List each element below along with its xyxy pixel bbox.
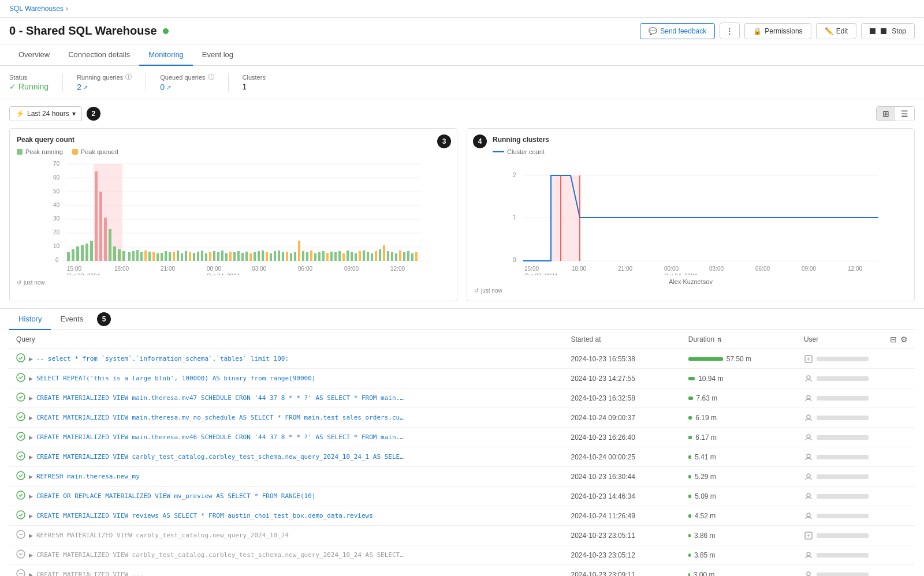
table-row[interactable]: ▶-- select * from `system`.`information_… [9,349,915,369]
table-row[interactable]: ▶CREATE MATERIALIZED VIEW carbly_test_ca… [9,545,915,565]
running-clusters-chart: 4 Running clusters Cluster count 2 1 0 [467,128,915,301]
svg-text:Oct 23, 2024: Oct 23, 2024 [524,273,558,275]
duration-cell: 5.29 m [681,467,797,487]
svg-point-144 [807,454,810,458]
running-clusters-svg: 2 1 0 15:00 18:00 21:00 00:00 [474,160,907,275]
expand-row-icon[interactable]: ▶ [29,454,33,460]
svg-rect-75 [310,250,312,261]
info-icon-2: ⓘ [208,73,214,81]
svg-rect-92 [379,249,381,261]
time-filter-select[interactable]: ⚡ Last 24 hours ▾ [9,106,82,121]
step-badge-5: 5 [97,312,111,326]
svg-text:70: 70 [53,160,60,167]
tab-overview[interactable]: Overview [9,44,59,66]
row-status-icon [16,412,25,423]
table-row[interactable]: ▶SELECT REPEAT('this is a large blob', 1… [9,369,915,388]
expand-row-icon[interactable]: ▶ [29,415,33,421]
svg-text:0: 0 [513,257,516,263]
table-row[interactable]: ▶CREATE MATERIALIZED VIEW main.theresa.m… [9,388,915,408]
col-started-at: Started at [564,330,681,349]
svg-rect-72 [298,241,300,261]
expand-row-icon[interactable]: ▶ [29,513,33,519]
row-status-icon [16,530,25,541]
table-row[interactable]: ▶CREATE OR REPLACE MATERIALIZED VIEW mv_… [9,487,915,506]
svg-rect-86 [355,253,357,261]
duration-cell: 10.94 m [681,369,797,388]
expand-row-icon[interactable]: ▶ [29,474,33,480]
row-status-icon [16,432,25,443]
svg-rect-89 [367,252,369,261]
stop-button[interactable]: Stop [861,23,915,39]
check-icon: ✓ [9,82,16,91]
expand-row-icon[interactable]: ▶ [29,435,33,440]
svg-rect-28 [118,249,121,261]
svg-rect-33 [140,252,143,261]
svg-rect-76 [314,253,316,261]
svg-rect-65 [270,253,272,261]
feedback-button[interactable]: 💬 Send feedback [640,23,715,39]
expand-row-icon[interactable]: ▶ [29,356,33,362]
chart-user: Alex Kuznetsov [474,278,907,285]
query-text: SELECT REPEAT('this is a large blob', 10… [36,375,315,382]
svg-rect-85 [351,252,353,261]
expand-row-icon[interactable]: ▶ [29,533,33,538]
grid-view-button[interactable]: ⊞ [877,107,895,121]
stat-queued-queries: Queued queries ⓘ 0 ↗ [146,73,228,92]
duration-value: 57.50 m [726,355,751,363]
svg-point-136 [807,376,810,379]
svg-text:Oct 23, 2024: Oct 23, 2024 [67,273,100,275]
list-view-button[interactable]: ☰ [895,107,914,121]
svg-rect-45 [189,252,191,261]
settings-icon[interactable]: ⚙ [900,335,908,344]
duration-value: 6.19 m [695,414,717,422]
svg-text:18:00: 18:00 [114,265,129,272]
svg-rect-71 [294,252,296,261]
expand-row-icon[interactable]: ▶ [29,572,33,577]
query-text: CREATE MATERIALIZED VIEW main.theresa.mv… [36,394,406,402]
tab-connection[interactable]: Connection details [59,44,139,66]
query-text: CREATE MATERIALIZED VIEW main.theresa.mv… [36,414,406,421]
svg-rect-30 [128,252,131,261]
expand-row-icon[interactable]: ▶ [29,493,33,499]
tab-monitoring[interactable]: Monitoring [139,44,193,66]
table-row[interactable]: ▶CREATE MATERIALIZED VIEW carbly_test_ca… [9,447,915,467]
user-cell [797,447,915,467]
svg-rect-42 [177,250,179,261]
table-row[interactable]: ▶CREATE MATERIALIZED VIEW main.theresa.m… [9,408,915,428]
svg-text:0: 0 [55,257,59,263]
expand-row-icon[interactable]: ▶ [29,552,33,558]
table-row[interactable]: ▶CREATE MATERIALIZED VIEW reviews AS SEL… [9,506,915,526]
breadcrumb: SQL Warehouses › [0,0,924,18]
query-text: CREATE MATERIALIZED VIEW carbly_test_cat… [36,551,406,559]
more-button[interactable]: ⋮ [720,23,740,39]
edit-button[interactable]: ✏️ Edit [816,23,857,39]
query-text: CREATE OR REPLACE MATERIALIZED VIEW mv_p… [36,492,315,500]
table-row[interactable]: ▶REFRESH MATERIALIZED VIEW carbly_test_c… [9,526,915,545]
svg-point-159 [17,570,25,576]
user-cell [797,526,915,545]
svg-rect-79 [326,253,329,261]
expand-row-icon[interactable]: ▶ [29,376,33,381]
tab-events[interactable]: Events [51,309,92,330]
col-duration[interactable]: Duration ⇅ [681,330,797,349]
step-badge-4: 4 [473,134,487,148]
permissions-button[interactable]: 🔒 Permissions [744,23,811,39]
tab-history[interactable]: History [9,309,51,330]
filter-icon[interactable]: ⊟ [890,335,897,344]
refresh-icon-2: ↺ [474,287,479,294]
table-row[interactable]: ▶CREATE MATERIALIZED VIEW ...2024-10-23 … [9,565,915,577]
row-status-icon [16,353,25,364]
table-row[interactable]: ▶REFRESH main.theresa.new_my2024-10-23 1… [9,467,915,487]
row-status-icon [16,451,25,462]
table-row[interactable]: ▶CREATE MATERIALIZED VIEW main.theresa.m… [9,428,915,447]
svg-point-148 [807,493,810,497]
svg-text:12:00: 12:00 [848,265,862,272]
svg-text:09:00: 09:00 [344,265,359,272]
tab-eventlog[interactable]: Event log [193,44,243,66]
svg-rect-87 [359,251,361,261]
breadcrumb-parent[interactable]: SQL Warehouses [9,5,64,13]
duration-cell: 57.50 m [681,349,797,369]
svg-rect-50 [209,252,211,261]
duration-cell: 3.86 m [681,526,797,545]
expand-row-icon[interactable]: ▶ [29,395,33,401]
